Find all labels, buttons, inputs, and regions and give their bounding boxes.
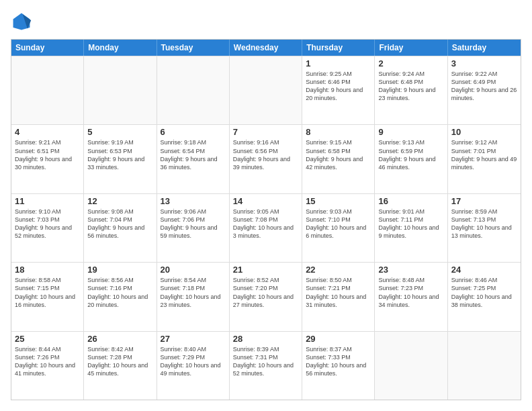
header-day-monday: Monday	[84, 40, 157, 56]
day-number: 8	[306, 127, 371, 137]
day-number: 11	[15, 196, 80, 206]
day-cell-5: 5Sunrise: 9:19 AMSunset: 6:53 PMDaylight…	[84, 125, 157, 193]
day-cell-9: 9Sunrise: 9:13 AMSunset: 6:59 PMDaylight…	[375, 125, 447, 193]
day-number: 16	[378, 196, 443, 206]
day-info: Sunrise: 9:03 AMSunset: 7:10 PMDaylight:…	[306, 208, 371, 240]
header	[11, 11, 521, 32]
day-number: 6	[161, 127, 226, 137]
day-cell-4: 4Sunrise: 9:21 AMSunset: 6:51 PMDaylight…	[11, 125, 84, 193]
day-info: Sunrise: 9:15 AMSunset: 6:58 PMDaylight:…	[306, 138, 371, 171]
day-info: Sunrise: 8:59 AMSunset: 7:13 PMDaylight:…	[451, 208, 517, 240]
header-day-friday: Friday	[375, 40, 447, 56]
calendar-week-1: 1Sunrise: 9:25 AMSunset: 6:46 PMDaylight…	[11, 56, 521, 124]
day-info: Sunrise: 9:12 AMSunset: 7:01 PMDaylight:…	[451, 138, 517, 171]
calendar-week-3: 11Sunrise: 9:10 AMSunset: 7:03 PMDayligh…	[11, 193, 521, 262]
day-cell-13: 13Sunrise: 9:06 AMSunset: 7:06 PMDayligh…	[157, 194, 230, 262]
day-cell-19: 19Sunrise: 8:56 AMSunset: 7:16 PMDayligh…	[84, 263, 157, 330]
day-info: Sunrise: 9:24 AMSunset: 6:48 PMDaylight:…	[378, 70, 443, 103]
day-cell-28: 28Sunrise: 8:39 AMSunset: 7:31 PMDayligh…	[230, 332, 302, 400]
day-cell-24: 24Sunrise: 8:46 AMSunset: 7:25 PMDayligh…	[448, 263, 521, 330]
day-cell-17: 17Sunrise: 8:59 AMSunset: 7:13 PMDayligh…	[448, 194, 521, 262]
day-cell-22: 22Sunrise: 8:50 AMSunset: 7:21 PMDayligh…	[302, 263, 375, 330]
day-info: Sunrise: 8:58 AMSunset: 7:15 PMDaylight:…	[15, 276, 80, 309]
day-number: 12	[87, 196, 152, 206]
day-number: 13	[161, 196, 226, 206]
day-info: Sunrise: 8:42 AMSunset: 7:28 PMDaylight:…	[87, 345, 152, 378]
day-number: 27	[161, 334, 226, 344]
day-number: 18	[15, 265, 80, 275]
day-number: 2	[378, 58, 443, 68]
header-day-tuesday: Tuesday	[157, 40, 230, 56]
logo	[11, 11, 35, 32]
day-cell-3: 3Sunrise: 9:22 AMSunset: 6:49 PMDaylight…	[448, 56, 521, 124]
day-info: Sunrise: 9:05 AMSunset: 7:08 PMDaylight:…	[233, 208, 298, 240]
empty-cell	[84, 56, 157, 124]
day-info: Sunrise: 8:37 AMSunset: 7:33 PMDaylight:…	[306, 345, 371, 378]
day-info: Sunrise: 8:39 AMSunset: 7:31 PMDaylight:…	[233, 345, 298, 378]
day-cell-18: 18Sunrise: 8:58 AMSunset: 7:15 PMDayligh…	[11, 263, 84, 330]
day-cell-1: 1Sunrise: 9:25 AMSunset: 6:46 PMDaylight…	[302, 56, 375, 124]
day-number: 14	[233, 196, 298, 206]
day-number: 21	[233, 265, 298, 275]
page: SundayMondayTuesdayWednesdayThursdayFrid…	[0, 0, 532, 411]
day-number: 20	[161, 265, 226, 275]
day-info: Sunrise: 8:52 AMSunset: 7:20 PMDaylight:…	[233, 276, 298, 309]
day-number: 15	[306, 196, 371, 206]
day-number: 23	[378, 265, 443, 275]
header-day-sunday: Sunday	[11, 40, 84, 56]
calendar-body: 1Sunrise: 9:25 AMSunset: 6:46 PMDaylight…	[11, 56, 521, 400]
calendar-header-row: SundayMondayTuesdayWednesdayThursdayFrid…	[11, 40, 521, 56]
day-info: Sunrise: 8:50 AMSunset: 7:21 PMDaylight:…	[306, 276, 371, 309]
day-cell-15: 15Sunrise: 9:03 AMSunset: 7:10 PMDayligh…	[302, 194, 375, 262]
day-info: Sunrise: 9:13 AMSunset: 6:59 PMDaylight:…	[378, 138, 443, 171]
day-number: 25	[15, 334, 80, 344]
day-info: Sunrise: 9:08 AMSunset: 7:04 PMDaylight:…	[87, 208, 152, 240]
day-number: 28	[233, 334, 298, 344]
logo-icon	[11, 11, 32, 32]
day-number: 5	[87, 127, 152, 137]
calendar: SundayMondayTuesdayWednesdayThursdayFrid…	[11, 39, 521, 400]
day-number: 7	[233, 127, 298, 137]
empty-cell	[375, 332, 447, 400]
calendar-week-4: 18Sunrise: 8:58 AMSunset: 7:15 PMDayligh…	[11, 262, 521, 330]
empty-cell	[230, 56, 302, 124]
header-day-wednesday: Wednesday	[230, 40, 302, 56]
day-info: Sunrise: 8:46 AMSunset: 7:25 PMDaylight:…	[451, 276, 517, 309]
day-number: 24	[451, 265, 517, 275]
day-cell-23: 23Sunrise: 8:48 AMSunset: 7:23 PMDayligh…	[375, 263, 447, 330]
day-info: Sunrise: 8:56 AMSunset: 7:16 PMDaylight:…	[87, 276, 152, 309]
empty-cell	[448, 332, 521, 400]
calendar-week-5: 25Sunrise: 8:44 AMSunset: 7:26 PMDayligh…	[11, 331, 521, 400]
day-number: 3	[451, 58, 517, 68]
day-info: Sunrise: 9:01 AMSunset: 7:11 PMDaylight:…	[378, 208, 443, 240]
day-info: Sunrise: 8:54 AMSunset: 7:18 PMDaylight:…	[161, 276, 226, 309]
day-cell-7: 7Sunrise: 9:16 AMSunset: 6:56 PMDaylight…	[230, 125, 302, 193]
day-info: Sunrise: 9:19 AMSunset: 6:53 PMDaylight:…	[87, 138, 152, 171]
day-info: Sunrise: 8:48 AMSunset: 7:23 PMDaylight:…	[378, 276, 443, 309]
day-number: 19	[87, 265, 152, 275]
day-number: 1	[306, 58, 371, 68]
day-cell-27: 27Sunrise: 8:40 AMSunset: 7:29 PMDayligh…	[157, 332, 230, 400]
day-number: 17	[451, 196, 517, 206]
day-cell-2: 2Sunrise: 9:24 AMSunset: 6:48 PMDaylight…	[375, 56, 447, 124]
day-cell-29: 29Sunrise: 8:37 AMSunset: 7:33 PMDayligh…	[302, 332, 375, 400]
day-cell-25: 25Sunrise: 8:44 AMSunset: 7:26 PMDayligh…	[11, 332, 84, 400]
day-cell-8: 8Sunrise: 9:15 AMSunset: 6:58 PMDaylight…	[302, 125, 375, 193]
header-day-thursday: Thursday	[302, 40, 375, 56]
day-cell-6: 6Sunrise: 9:18 AMSunset: 6:54 PMDaylight…	[157, 125, 230, 193]
day-number: 26	[87, 334, 152, 344]
day-info: Sunrise: 9:10 AMSunset: 7:03 PMDaylight:…	[15, 208, 80, 240]
day-number: 9	[378, 127, 443, 137]
day-info: Sunrise: 9:25 AMSunset: 6:46 PMDaylight:…	[306, 70, 371, 103]
day-info: Sunrise: 9:06 AMSunset: 7:06 PMDaylight:…	[161, 208, 226, 240]
day-cell-20: 20Sunrise: 8:54 AMSunset: 7:18 PMDayligh…	[157, 263, 230, 330]
day-cell-21: 21Sunrise: 8:52 AMSunset: 7:20 PMDayligh…	[230, 263, 302, 330]
day-info: Sunrise: 8:44 AMSunset: 7:26 PMDaylight:…	[15, 345, 80, 378]
day-info: Sunrise: 9:21 AMSunset: 6:51 PMDaylight:…	[15, 138, 80, 171]
empty-cell	[157, 56, 230, 124]
day-cell-14: 14Sunrise: 9:05 AMSunset: 7:08 PMDayligh…	[230, 194, 302, 262]
day-number: 10	[451, 127, 517, 137]
day-cell-12: 12Sunrise: 9:08 AMSunset: 7:04 PMDayligh…	[84, 194, 157, 262]
header-day-saturday: Saturday	[448, 40, 521, 56]
day-info: Sunrise: 9:18 AMSunset: 6:54 PMDaylight:…	[161, 138, 226, 171]
